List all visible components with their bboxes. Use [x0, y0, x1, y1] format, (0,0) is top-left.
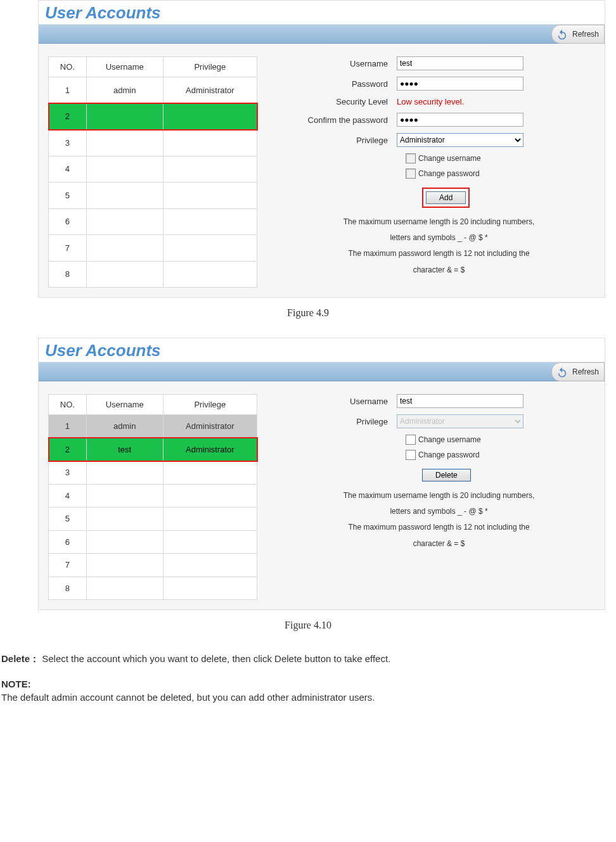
table-row[interactable]: 3	[49, 130, 257, 156]
panel-content: NO. Username Privilege 1adminAdministrat…	[39, 44, 605, 297]
username-label: Username	[283, 59, 397, 68]
refresh-button[interactable]: Refresh	[551, 362, 605, 381]
username-input[interactable]	[397, 394, 523, 408]
cell-privilege	[163, 554, 257, 577]
cell-no: 4	[49, 484, 87, 507]
cell-username	[86, 530, 163, 554]
cell-username	[86, 208, 163, 235]
col-privilege: Privilege	[163, 57, 257, 77]
cell-no: 5	[49, 182, 87, 209]
security-level-value: Low security level.	[397, 97, 464, 106]
table-row[interactable]: 5	[49, 507, 257, 531]
password-input[interactable]	[397, 77, 523, 91]
change-password-checkbox[interactable]	[406, 169, 416, 179]
panel-title: User Accounts	[39, 338, 605, 362]
privilege-select: Administrator	[397, 414, 523, 428]
cell-username	[86, 182, 163, 209]
cell-privilege	[163, 182, 257, 209]
table-row[interactable]: 1adminAdministrator	[49, 415, 257, 438]
cell-privilege	[163, 484, 257, 507]
cell-username	[86, 461, 163, 485]
table-row[interactable]: 4	[49, 484, 257, 507]
cell-no: 2	[49, 103, 87, 130]
figure-caption: Figure 4.9	[0, 307, 616, 319]
cell-no: 3	[49, 130, 87, 156]
confirm-password-label: Confirm the password	[283, 115, 397, 125]
cell-no: 1	[49, 77, 87, 104]
cell-privilege	[163, 261, 257, 288]
cell-privilege	[163, 208, 257, 235]
cell-username	[86, 156, 163, 182]
change-password-checkbox[interactable]	[406, 450, 416, 460]
cell-username	[86, 103, 163, 130]
table-row[interactable]: 3	[49, 461, 257, 485]
cell-privilege	[163, 103, 257, 130]
user-form: Username Password Security Level Low sec…	[283, 56, 595, 288]
cell-no: 8	[49, 261, 87, 288]
panel-title: User Accounts	[39, 1, 605, 25]
table-row[interactable]: 6	[49, 208, 257, 235]
change-username-checkbox[interactable]	[406, 153, 416, 163]
refresh-label: Refresh	[572, 367, 599, 376]
cell-privilege: Administrator	[163, 415, 257, 438]
figure-caption: Figure 4.10	[0, 620, 616, 631]
figure-4-10-panel: User Accounts Refresh NO. Username Privi…	[38, 338, 605, 610]
cell-username	[86, 235, 163, 262]
privilege-label: Privilege	[283, 136, 397, 145]
cell-no: 2	[49, 438, 87, 461]
confirm-password-input[interactable]	[397, 113, 523, 127]
cell-no: 8	[49, 577, 87, 600]
privilege-select[interactable]: Administrator	[397, 133, 523, 147]
table-row[interactable]: 5	[49, 182, 257, 209]
table-header-row: NO. Username Privilege	[49, 395, 257, 415]
table-row[interactable]: 2	[49, 103, 257, 130]
table-header-row: NO. Username Privilege	[49, 57, 257, 77]
hint-text: The maximum username length is 20 includ…	[283, 214, 595, 278]
refresh-button[interactable]: Refresh	[551, 25, 605, 44]
delete-text: Select the account which you want to del…	[42, 653, 390, 664]
users-table: NO. Username Privilege 1adminAdministrat…	[48, 56, 257, 288]
col-privilege: Privilege	[163, 395, 257, 415]
change-username-label: Change username	[418, 435, 481, 444]
col-no: NO.	[49, 395, 87, 415]
cell-privilege	[163, 461, 257, 485]
table-row[interactable]: 8	[49, 261, 257, 288]
delete-label: Delete：	[1, 653, 39, 664]
change-username-checkbox[interactable]	[406, 435, 416, 445]
refresh-label: Refresh	[572, 30, 599, 39]
hint-text: The maximum username length is 20 includ…	[283, 488, 595, 552]
table-row[interactable]: 4	[49, 156, 257, 182]
cell-no: 6	[49, 530, 87, 554]
change-username-label: Change username	[418, 154, 481, 163]
col-no: NO.	[49, 57, 87, 77]
table-row[interactable]: 8	[49, 577, 257, 600]
refresh-icon	[556, 29, 568, 41]
cell-privilege: Administrator	[163, 438, 257, 461]
cell-privilege	[163, 577, 257, 600]
cell-username: test	[86, 438, 163, 461]
users-table: NO. Username Privilege 1adminAdministrat…	[48, 394, 257, 600]
col-username: Username	[86, 395, 163, 415]
delete-button[interactable]: Delete	[422, 469, 471, 482]
toolbar: Refresh	[39, 25, 605, 44]
username-input[interactable]	[397, 56, 523, 70]
cell-no: 3	[49, 461, 87, 485]
cell-no: 5	[49, 507, 87, 531]
change-password-label: Change password	[418, 169, 480, 178]
cell-username	[86, 507, 163, 531]
cell-no: 7	[49, 554, 87, 577]
figure-4-9-panel: User Accounts Refresh NO. Username Privi…	[38, 0, 605, 298]
table-row[interactable]: 6	[49, 530, 257, 554]
cell-username	[86, 130, 163, 156]
privilege-label: Privilege	[283, 417, 397, 426]
table-row[interactable]: 7	[49, 554, 257, 577]
table-row[interactable]: 1adminAdministrator	[49, 77, 257, 104]
note-body: The default admin account cannot be dele…	[1, 692, 615, 703]
cell-username	[86, 261, 163, 288]
cell-privilege	[163, 235, 257, 262]
add-button[interactable]: Add	[426, 191, 466, 204]
table-row[interactable]: 2testAdministrator	[49, 438, 257, 461]
delete-paragraph: Delete： Select the account which you wan…	[1, 650, 615, 667]
table-row[interactable]: 7	[49, 235, 257, 262]
note-title: NOTE:	[1, 679, 615, 689]
